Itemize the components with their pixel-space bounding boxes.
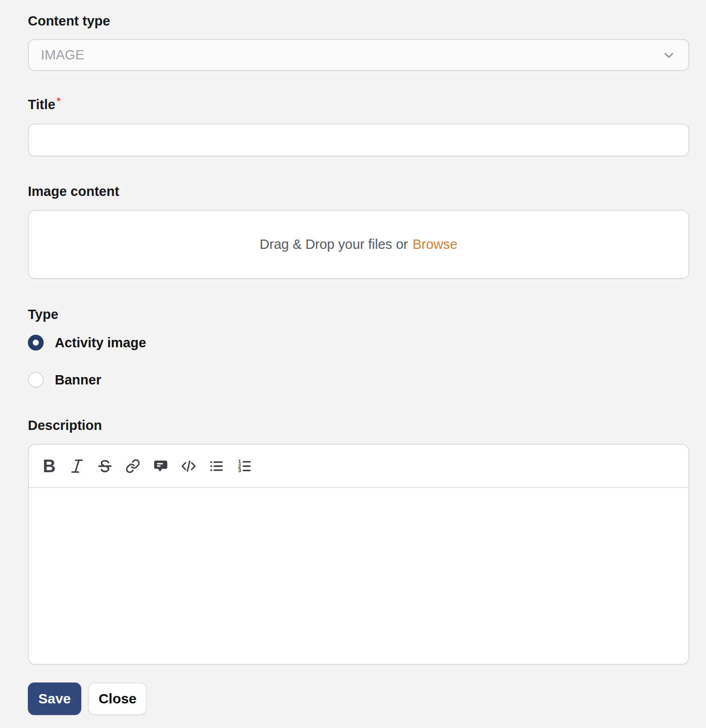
chevron-down-icon	[660, 47, 677, 64]
radio-option-activity-image[interactable]: Activity image	[28, 335, 689, 351]
bullet-list-icon	[209, 459, 224, 474]
strikethrough-icon	[97, 458, 113, 474]
comment-button[interactable]	[147, 452, 175, 481]
bold-icon: B	[43, 457, 55, 475]
title-input[interactable]	[28, 124, 689, 156]
dropzone-text: Drag & Drop your files or	[260, 237, 408, 252]
radio-selected-icon[interactable]	[28, 335, 44, 351]
type-group-label: Type	[28, 306, 689, 322]
required-asterisk: *	[57, 95, 61, 107]
italic-button[interactable]	[63, 452, 91, 481]
description-editor-content[interactable]	[29, 488, 688, 664]
svg-text:3: 3	[238, 468, 241, 473]
code-icon	[180, 459, 197, 474]
content-type-selected-value: IMAGE	[41, 47, 84, 63]
description-label: Description	[28, 417, 689, 433]
browse-link[interactable]: Browse	[412, 237, 458, 252]
title-label-text: Title	[28, 97, 55, 112]
radio-option-banner[interactable]: Banner	[28, 372, 689, 388]
radio-unselected-icon[interactable]	[28, 372, 44, 388]
editor-toolbar: B	[29, 445, 688, 488]
file-dropzone[interactable]: Drag & Drop your files or Browse	[28, 210, 689, 279]
link-icon	[125, 459, 140, 474]
bullet-list-button[interactable]	[203, 452, 230, 481]
save-button[interactable]: Save	[28, 682, 81, 715]
form-actions: Save Close	[28, 682, 689, 715]
form-page: Content type IMAGE Title* Image content …	[0, 0, 706, 728]
ordered-list-icon: 1 2 3	[237, 459, 252, 474]
bold-button[interactable]: B	[35, 452, 63, 481]
strikethrough-button[interactable]	[91, 452, 119, 481]
description-rich-text-editor: B	[28, 444, 689, 665]
radio-option-label[interactable]: Activity image	[55, 335, 146, 351]
image-content-label: Image content	[28, 183, 689, 199]
radio-option-label[interactable]: Banner	[55, 372, 101, 388]
content-type-label: Content type	[28, 13, 689, 29]
title-label: Title*	[28, 97, 689, 112]
comment-icon	[153, 458, 169, 474]
close-button[interactable]: Close	[88, 682, 147, 715]
content-type-select[interactable]: IMAGE	[28, 39, 689, 71]
ordered-list-button[interactable]: 1 2 3	[230, 452, 258, 481]
link-button[interactable]	[119, 452, 147, 481]
code-block-button[interactable]	[175, 452, 203, 481]
italic-icon	[70, 458, 84, 474]
